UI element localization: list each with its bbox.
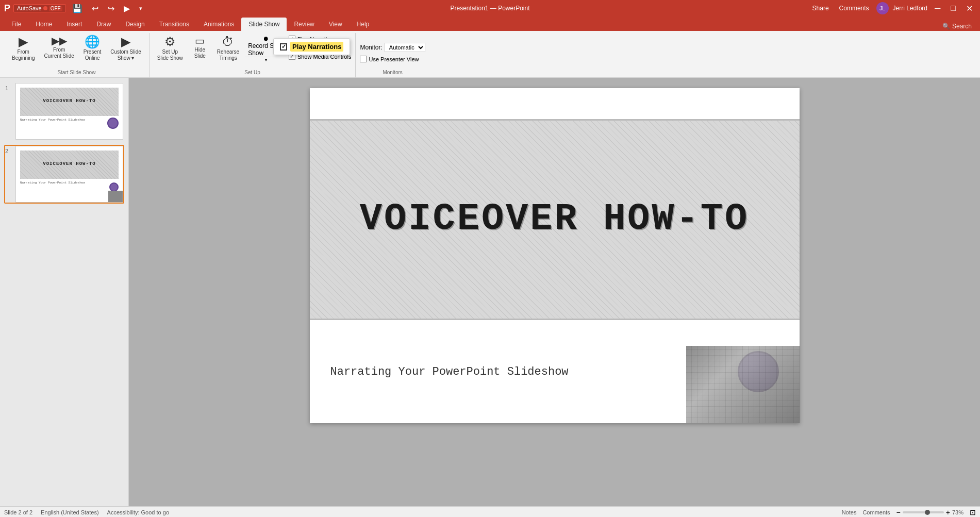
- ribbon: File Home Insert Draw Design Transitions…: [0, 16, 980, 78]
- main-area: 1 VOICEOVER HOW-TO Narrating Your PowerP…: [0, 78, 980, 506]
- popup-checkbox[interactable]: ✓: [280, 43, 287, 51]
- close-button[interactable]: ✕: [963, 4, 976, 13]
- title-bar: P AutoSave OFF 💾 ↩ ↪ ▶ ▾ Presentation1 —…: [0, 0, 980, 16]
- tab-file[interactable]: File: [4, 18, 28, 31]
- slide-canvas-area: VOICEOVER HOW-TO Narrating Your PowerPoi…: [129, 78, 980, 506]
- user-name: Jerri Ledford: [893, 5, 927, 12]
- present-button[interactable]: ▶: [121, 4, 133, 13]
- zoom-out-button[interactable]: −: [896, 508, 901, 516]
- presenter-view-label: Use Presenter View: [369, 56, 419, 62]
- slide-2-title-bg: VOICEOVER HOW-TO: [20, 151, 119, 179]
- set-up-slide-show-button[interactable]: ⚙ Set UpSlide Show: [154, 33, 187, 64]
- autosave-badge: AutoSave OFF: [13, 4, 66, 12]
- status-bar: Slide 2 of 2 English (United States) Acc…: [0, 506, 980, 517]
- hide-slide-icon: ▭: [195, 36, 205, 46]
- maximize-button[interactable]: □: [948, 4, 959, 13]
- comments-button[interactable]: Comments: [836, 5, 872, 12]
- tab-animations[interactable]: Animations: [196, 18, 241, 31]
- powerpoint-logo-icon: P: [4, 3, 10, 14]
- record-dropdown-arrow[interactable]: ▾: [245, 57, 287, 63]
- slide-2-mini-subtitle: Narrating Your PowerPoint Slideshow: [20, 181, 85, 185]
- tab-home[interactable]: Home: [28, 18, 59, 31]
- search-label: Search: [952, 23, 972, 30]
- slide-thumb-1[interactable]: 1 VOICEOVER HOW-TO Narrating Your PowerP…: [4, 82, 124, 141]
- customize-button[interactable]: ▾: [136, 5, 145, 12]
- present-online-button[interactable]: 🌐 PresentOnline: [80, 33, 105, 64]
- minimize-button[interactable]: ─: [932, 4, 943, 13]
- tab-draw[interactable]: Draw: [89, 18, 118, 31]
- slide-subtitle: Narrating Your PowerPoint Slideshow: [330, 365, 569, 378]
- autosave-state: OFF: [49, 6, 62, 11]
- set-up-icon: ⚙: [164, 36, 176, 48]
- slide-1-preview: VOICEOVER HOW-TO Narrating Your PowerPoi…: [15, 83, 123, 140]
- slide-canvas: VOICEOVER HOW-TO Narrating Your PowerPoi…: [310, 88, 800, 423]
- zoom-level: 73%: [952, 509, 964, 515]
- comments-status-button[interactable]: Comments: [862, 509, 890, 515]
- monitor-label: Monitor:: [360, 44, 382, 51]
- slide-2-num: 2: [5, 146, 12, 154]
- slide-panel: 1 VOICEOVER HOW-TO Narrating Your PowerP…: [0, 78, 129, 506]
- tab-slideshow[interactable]: Slide Show: [241, 18, 287, 31]
- slide-2-preview: VOICEOVER HOW-TO Narrating Your PowerPoi…: [15, 146, 123, 203]
- tab-transitions[interactable]: Transitions: [152, 18, 196, 31]
- record-icon: ⏺: [263, 35, 269, 42]
- tab-review[interactable]: Review: [287, 18, 321, 31]
- zoom-slider[interactable]: [903, 511, 944, 513]
- custom-slide-show-button[interactable]: ▶ Custom SlideShow ▾: [107, 33, 144, 64]
- ribbon-content: ▶ FromBeginning ▶▶ FromCurrent Slide 🌐 P…: [0, 31, 980, 77]
- slide-2-thumb-img: [108, 191, 123, 202]
- slide-1-title-bg: VOICEOVER HOW-TO: [20, 88, 119, 116]
- play-narrations-popup: ✓ Play Narrations: [273, 38, 350, 55]
- fit-slide-button[interactable]: ⊡: [970, 508, 976, 516]
- from-beginning-icon: ▶: [19, 36, 28, 48]
- group-start-slide-show: ▶ FromBeginning ▶▶ FromCurrent Slide 🌐 P…: [4, 33, 150, 77]
- user-avatar: JL: [876, 2, 889, 14]
- status-right: Notes Comments − + 73% ⊡: [842, 508, 976, 516]
- redo-button[interactable]: ↪: [105, 4, 118, 13]
- group-start-label: Start Slide Show: [8, 69, 145, 77]
- slide-2-mini-title: VOICEOVER HOW-TO: [43, 161, 95, 166]
- share-button[interactable]: Share: [809, 5, 832, 12]
- notes-button[interactable]: Notes: [842, 509, 857, 515]
- slide-1-circle: [107, 118, 119, 129]
- custom-slide-show-icon: ▶: [121, 36, 130, 48]
- group-monitors: Monitor: Automatic Use Presenter View Mo…: [356, 33, 429, 77]
- tab-insert[interactable]: Insert: [59, 18, 89, 31]
- zoom-control: − + 73%: [896, 508, 964, 516]
- save-button[interactable]: 💾: [69, 4, 86, 13]
- tab-help[interactable]: Help: [350, 18, 377, 31]
- monitor-select[interactable]: Automatic: [385, 43, 425, 52]
- group-set-up-label: Set Up: [154, 69, 352, 77]
- slide-title-bg: VOICEOVER HOW-TO: [310, 119, 800, 320]
- hide-slide-button[interactable]: ▭ HideSlide: [189, 33, 211, 62]
- group-start-items: ▶ FromBeginning ▶▶ FromCurrent Slide 🌐 P…: [8, 33, 145, 69]
- slide-1-mini-subtitle: Narrating Your PowerPoint Slideshow: [20, 118, 85, 122]
- zoom-thumb: [925, 510, 930, 515]
- slide-bottom-image: [686, 346, 800, 423]
- slide-info: Slide 2 of 2: [4, 509, 32, 515]
- title-bar-right: Share Comments JL Jerri Ledford ─ □ ✕: [809, 2, 976, 14]
- use-presenter-view-checkbox[interactable]: Use Presenter View: [360, 55, 419, 63]
- rehearse-timings-icon: ⏱: [222, 36, 234, 48]
- popup-label: Play Narrations: [290, 42, 343, 52]
- from-beginning-button[interactable]: ▶ FromBeginning: [8, 33, 38, 64]
- present-online-icon: 🌐: [85, 36, 100, 48]
- slide-1-mini-title: VOICEOVER HOW-TO: [43, 98, 95, 104]
- language-status: English (United States): [41, 509, 99, 515]
- search-icon: 🔍: [942, 23, 950, 30]
- from-current-slide-button[interactable]: ▶▶ FromCurrent Slide: [40, 33, 77, 62]
- search-tab[interactable]: 🔍 Search: [938, 22, 976, 31]
- rehearse-timings-button[interactable]: ⏱ RehearseTimings: [213, 33, 243, 64]
- accessibility-status: Accessibility: Good to go: [107, 509, 169, 515]
- autosave-label: AutoSave: [17, 5, 42, 11]
- slide-thumb-2[interactable]: 2 VOICEOVER HOW-TO Narrating Your PowerP…: [4, 145, 124, 204]
- autosave-dot: [43, 6, 47, 10]
- tab-view[interactable]: View: [322, 18, 350, 31]
- undo-button[interactable]: ↩: [89, 4, 102, 13]
- tab-bar: File Home Insert Draw Design Transitions…: [0, 16, 980, 31]
- slide-1-num: 1: [5, 83, 12, 91]
- zoom-in-button[interactable]: +: [946, 508, 950, 516]
- tab-design[interactable]: Design: [118, 18, 152, 31]
- from-current-icon: ▶▶: [52, 36, 67, 46]
- title-bar-left: P AutoSave OFF 💾 ↩ ↪ ▶ ▾: [4, 3, 145, 14]
